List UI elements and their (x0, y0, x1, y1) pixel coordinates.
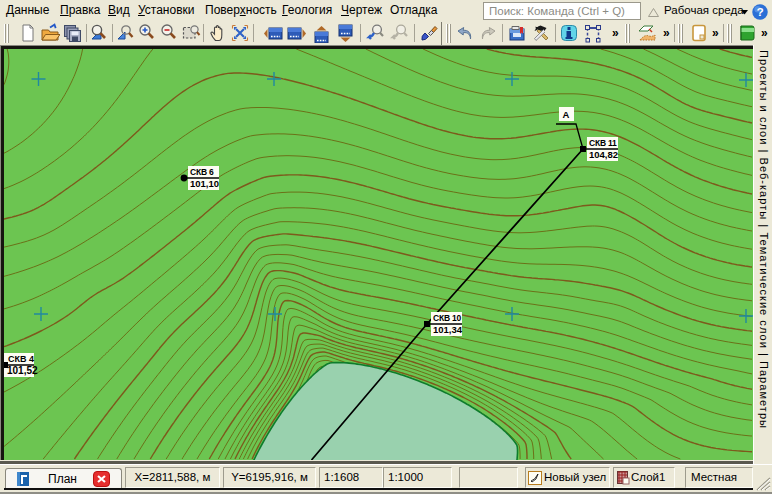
svg-text:СКВ 4: СКВ 4 (8, 354, 34, 364)
svg-text:А: А (563, 109, 570, 120)
svg-text:101,34: 101,34 (433, 324, 463, 335)
svg-text:?: ? (756, 5, 763, 19)
svg-text:СКВ 10: СКВ 10 (433, 313, 462, 323)
svg-text:СКВ 6: СКВ 6 (190, 167, 214, 177)
svg-text:101,10: 101,10 (190, 178, 219, 189)
svg-text:СКВ 11: СКВ 11 (589, 138, 617, 148)
svg-text:104,82: 104,82 (589, 149, 618, 160)
svg-text:101,52: 101,52 (7, 365, 38, 376)
